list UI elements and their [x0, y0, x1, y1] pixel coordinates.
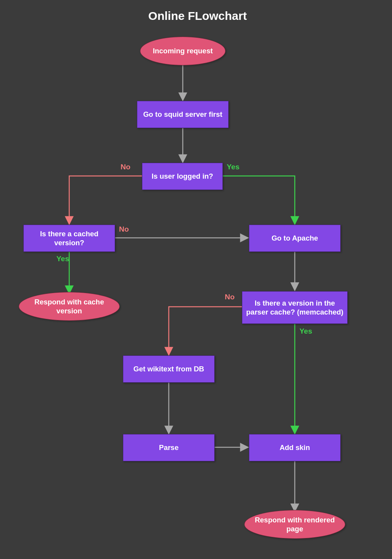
label-parsercache-no: No: [225, 293, 234, 301]
label-loggedin-no: No: [121, 163, 130, 171]
node-addskin: Add skin: [249, 434, 341, 461]
label-loggedin-yes: Yes: [227, 163, 240, 171]
page-title: Online FLowchart: [100, 9, 295, 23]
node-respond-page: Respond with rendered page: [244, 510, 345, 539]
node-cached: Is there a cached version?: [23, 225, 115, 252]
node-apache: Go to Apache: [249, 225, 341, 252]
label-parsercache-yes: Yes: [299, 327, 312, 336]
node-getwiki: Get wikitext from DB: [123, 355, 215, 383]
edge-parsercache-getwiki: [169, 307, 242, 355]
connectors-layer: [0, 0, 392, 559]
edge-loggedin-cached: [69, 176, 142, 224]
node-loggedin: Is user logged in?: [142, 163, 223, 190]
node-respond-cache: Respond with cache version: [19, 292, 120, 321]
node-squid: Go to squid server first: [137, 101, 229, 128]
node-parse: Parse: [123, 434, 215, 461]
label-cached-yes: Yes: [56, 255, 69, 263]
label-cached-no: No: [119, 225, 129, 234]
node-parser-cache: Is there a version in the parser cache? …: [242, 291, 348, 324]
edge-loggedin-apache: [223, 176, 295, 224]
node-incoming-request: Incoming request: [140, 37, 226, 65]
